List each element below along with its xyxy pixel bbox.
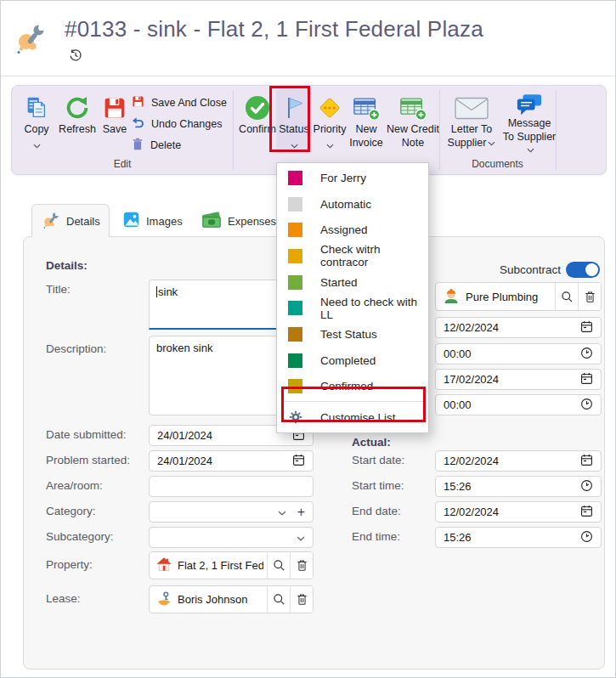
actual-start-date-label: Start date:: [352, 454, 404, 466]
actual-end-time-input[interactable]: 15:26: [435, 527, 602, 548]
search-icon: [273, 593, 285, 606]
date-submitted-label: Date submitted:: [46, 428, 127, 441]
problem-started-label: Problem started:: [46, 454, 130, 466]
status-color-swatch: [288, 223, 302, 237]
supplier-clear-button[interactable]: [578, 283, 601, 310]
edit-group-label: Edit: [12, 158, 233, 170]
supplier-search-button[interactable]: [555, 283, 578, 310]
clock-icon[interactable]: [580, 398, 593, 413]
calendar-icon[interactable]: [580, 320, 593, 336]
copy-button[interactable]: Copy: [17, 93, 56, 154]
sched-end-time-input[interactable]: 00:00: [435, 394, 602, 415]
status-menu-item[interactable]: Test Status: [277, 321, 428, 347]
clock-icon[interactable]: [580, 530, 593, 545]
details-tab-icon: [42, 211, 60, 232]
images-tab-icon: [122, 211, 140, 231]
status-menu-item[interactable]: Completed: [277, 347, 428, 374]
toggle-knob: [585, 263, 598, 276]
status-color-swatch: [288, 301, 302, 315]
calendar-icon[interactable]: [580, 372, 593, 387]
documents-group-label: Documents: [439, 158, 556, 170]
status-menu-item[interactable]: Started: [277, 269, 428, 296]
category-select[interactable]: +: [149, 501, 314, 523]
lease-clear-button[interactable]: [290, 586, 313, 613]
refresh-button[interactable]: Refresh: [56, 93, 99, 154]
actual-section-header: Actual:: [352, 436, 391, 449]
search-icon: [561, 291, 574, 303]
tab-expenses[interactable]: Expenses: [201, 208, 276, 234]
new-invoice-label: New Invoice: [347, 123, 386, 150]
property-picker[interactable]: Flat 2, 1 First Fede: [149, 551, 314, 579]
actual-start-date-input[interactable]: 12/02/2024: [435, 450, 602, 472]
sched-start-time-input[interactable]: 00:00: [435, 343, 602, 364]
priority-label: Priority: [314, 123, 347, 137]
actual-end-time-label: End time:: [352, 530, 400, 543]
lease-search-button[interactable]: [267, 586, 290, 613]
problem-started-input[interactable]: 24/01/2024: [149, 450, 314, 472]
trash-icon: [296, 559, 308, 572]
new-credit-note-button[interactable]: New Credit Note: [386, 93, 440, 154]
sched-end-date-input[interactable]: 17/02/2024: [435, 369, 602, 390]
message-to-supplier-button[interactable]: Message To Supplier: [502, 93, 557, 154]
status-color-swatch: [288, 275, 302, 290]
history-icon[interactable]: [69, 48, 82, 65]
property-clear-button[interactable]: [290, 552, 313, 579]
clock-icon[interactable]: [580, 347, 593, 362]
tab-images[interactable]: Images: [122, 208, 183, 234]
page-title: #0133 - sink - Flat 2, 1 First Federal P…: [65, 16, 483, 42]
chevron-down-icon: [33, 139, 41, 151]
priority-icon: [317, 93, 342, 123]
subcontract-toggle[interactable]: [566, 262, 600, 278]
new-invoice-button[interactable]: New Invoice: [347, 93, 386, 154]
undo-icon: [132, 116, 144, 132]
status-menu-item[interactable]: Check witrh contracor: [277, 243, 428, 269]
confirm-icon: [244, 93, 271, 123]
tab-details[interactable]: Details: [31, 204, 110, 237]
lease-picker[interactable]: Boris Johnson: [149, 585, 314, 613]
status-menu-item[interactable]: For Jerry: [277, 165, 428, 191]
chevron-down-icon[interactable]: [278, 506, 286, 518]
save-button[interactable]: Save: [99, 93, 131, 154]
new-credit-note-label: New Credit Note: [386, 123, 440, 150]
status-color-swatch: [288, 171, 302, 185]
house-icon: [156, 557, 172, 574]
status-menu-item[interactable]: Need to check with LL: [277, 295, 428, 321]
area-room-label: Area/room:: [46, 479, 103, 492]
clock-icon[interactable]: [580, 479, 593, 494]
letter-to-supplier-label: Letter To Supplier: [443, 123, 500, 150]
tab-images-label: Images: [146, 215, 183, 228]
calendar-icon[interactable]: [580, 454, 593, 469]
text-caret: [156, 286, 157, 297]
category-add-button[interactable]: +: [297, 506, 305, 519]
letter-to-supplier-button[interactable]: Letter To Supplier: [443, 93, 500, 154]
property-label: Property:: [46, 558, 93, 571]
highlight-customise-list: [281, 387, 426, 422]
save-and-close-button[interactable]: Save And Close: [132, 95, 227, 110]
letter-icon: [455, 93, 489, 123]
delete-button[interactable]: Delete: [132, 138, 181, 153]
priority-button[interactable]: Priority: [311, 93, 348, 154]
job-window: #0133 - sink - Flat 2, 1 First Federal P…: [0, 0, 616, 678]
calendar-icon[interactable]: [292, 454, 305, 469]
chevron-down-icon: [527, 148, 534, 153]
tab-expenses-label: Expenses: [228, 215, 276, 228]
calendar-icon[interactable]: [580, 505, 593, 520]
property-search-button[interactable]: [267, 552, 290, 579]
wrench-app-icon: [14, 21, 47, 59]
tab-details-label: Details: [66, 215, 100, 228]
status-menu-item[interactable]: Assigned: [277, 217, 428, 243]
refresh-icon: [65, 93, 90, 123]
undo-changes-button[interactable]: Undo Changes: [132, 116, 222, 132]
group-divider: [556, 90, 557, 170]
status-menu-item[interactable]: Automatic: [277, 191, 428, 218]
area-room-input[interactable]: [149, 476, 314, 497]
supplier-picker[interactable]: Pure Plumbing: [435, 282, 602, 311]
actual-end-date-input[interactable]: 12/02/2024: [435, 501, 602, 523]
chevron-down-icon[interactable]: [297, 531, 305, 544]
actual-start-time-input[interactable]: 15:26: [435, 476, 602, 497]
sched-start-date-input[interactable]: 12/02/2024: [435, 317, 602, 338]
subcategory-select[interactable]: [149, 527, 314, 548]
status-color-swatch: [288, 197, 302, 212]
new-invoice-icon: [352, 93, 381, 123]
group-divider: [233, 90, 234, 170]
